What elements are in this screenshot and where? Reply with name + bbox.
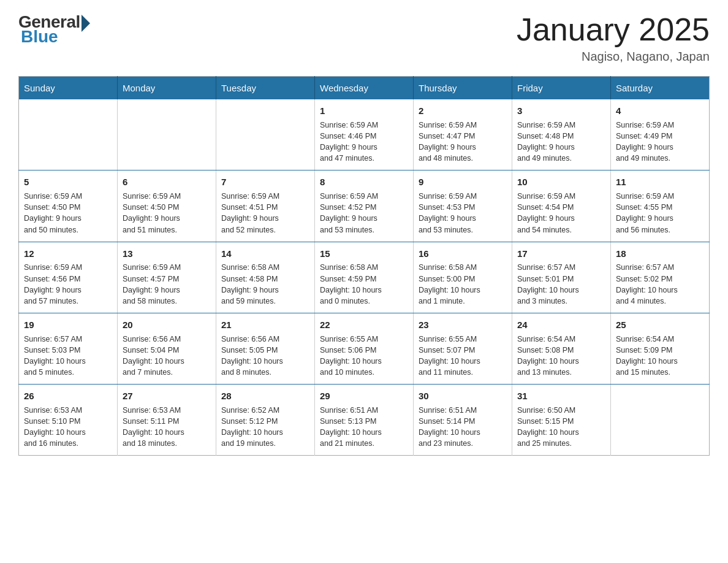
day-info: Sunrise: 6:59 AM Sunset: 4:56 PM Dayligh… (24, 262, 112, 307)
page-header: General Blue January 2025 Nagiso, Nagano… (18, 12, 710, 64)
column-header-tuesday: Tuesday (216, 77, 315, 100)
day-number: 28 (221, 389, 309, 403)
day-info: Sunrise: 6:57 AM Sunset: 5:03 PM Dayligh… (24, 334, 112, 378)
day-number: 27 (123, 389, 211, 403)
day-number: 22 (320, 318, 408, 332)
column-header-thursday: Thursday (414, 77, 512, 100)
day-info: Sunrise: 6:59 AM Sunset: 4:51 PM Dayligh… (221, 191, 309, 236)
calendar-cell: 18Sunrise: 6:57 AM Sunset: 5:02 PM Dayli… (611, 242, 710, 313)
calendar-cell: 19Sunrise: 6:57 AM Sunset: 5:03 PM Dayli… (19, 313, 118, 384)
day-number: 25 (616, 318, 704, 332)
logo-blue-text: Blue (21, 27, 58, 47)
calendar-cell: 29Sunrise: 6:51 AM Sunset: 5:13 PM Dayli… (315, 385, 414, 456)
column-header-monday: Monday (118, 77, 216, 100)
day-number: 11 (616, 175, 704, 189)
day-info: Sunrise: 6:59 AM Sunset: 4:54 PM Dayligh… (517, 191, 605, 236)
day-info: Sunrise: 6:59 AM Sunset: 4:50 PM Dayligh… (24, 191, 112, 236)
calendar-cell: 12Sunrise: 6:59 AM Sunset: 4:56 PM Dayli… (19, 242, 118, 313)
day-number: 21 (221, 318, 309, 332)
day-number: 23 (419, 318, 507, 332)
day-info: Sunrise: 6:59 AM Sunset: 4:52 PM Dayligh… (320, 191, 408, 236)
title-section: January 2025 Nagiso, Nagano, Japan (517, 12, 710, 64)
day-info: Sunrise: 6:59 AM Sunset: 4:55 PM Dayligh… (616, 191, 704, 236)
day-number: 12 (24, 247, 112, 261)
day-number: 8 (320, 175, 408, 189)
day-info: Sunrise: 6:56 AM Sunset: 5:04 PM Dayligh… (123, 334, 211, 378)
column-header-friday: Friday (512, 77, 611, 100)
column-header-wednesday: Wednesday (315, 77, 414, 100)
day-info: Sunrise: 6:53 AM Sunset: 5:11 PM Dayligh… (123, 405, 211, 450)
day-number: 4 (616, 104, 704, 118)
day-info: Sunrise: 6:55 AM Sunset: 5:06 PM Dayligh… (320, 334, 408, 378)
calendar-cell: 16Sunrise: 6:58 AM Sunset: 5:00 PM Dayli… (414, 242, 512, 313)
calendar-cell: 30Sunrise: 6:51 AM Sunset: 5:14 PM Dayli… (414, 385, 512, 456)
calendar-week-row: 19Sunrise: 6:57 AM Sunset: 5:03 PM Dayli… (19, 313, 710, 384)
day-number: 31 (517, 389, 605, 403)
calendar-cell: 15Sunrise: 6:58 AM Sunset: 4:59 PM Dayli… (315, 242, 414, 313)
calendar-cell: 22Sunrise: 6:55 AM Sunset: 5:06 PM Dayli… (315, 313, 414, 384)
day-info: Sunrise: 6:58 AM Sunset: 4:58 PM Dayligh… (221, 262, 309, 307)
day-number: 9 (419, 175, 507, 189)
day-number: 19 (24, 318, 112, 332)
day-number: 5 (24, 175, 112, 189)
day-number: 13 (123, 247, 211, 261)
day-number: 18 (616, 247, 704, 261)
day-info: Sunrise: 6:59 AM Sunset: 4:57 PM Dayligh… (123, 262, 211, 307)
calendar-cell: 21Sunrise: 6:56 AM Sunset: 5:05 PM Dayli… (216, 313, 315, 384)
day-info: Sunrise: 6:59 AM Sunset: 4:47 PM Dayligh… (419, 120, 507, 164)
calendar-cell (216, 99, 315, 170)
calendar-cell: 3Sunrise: 6:59 AM Sunset: 4:48 PM Daylig… (512, 99, 611, 170)
day-number: 20 (123, 318, 211, 332)
day-info: Sunrise: 6:53 AM Sunset: 5:10 PM Dayligh… (24, 405, 112, 450)
calendar-header-row: SundayMondayTuesdayWednesdayThursdayFrid… (19, 77, 710, 100)
day-info: Sunrise: 6:55 AM Sunset: 5:07 PM Dayligh… (419, 334, 507, 378)
calendar-cell: 5Sunrise: 6:59 AM Sunset: 4:50 PM Daylig… (19, 170, 118, 242)
day-info: Sunrise: 6:58 AM Sunset: 5:00 PM Dayligh… (419, 262, 507, 307)
day-info: Sunrise: 6:50 AM Sunset: 5:15 PM Dayligh… (517, 405, 605, 450)
day-info: Sunrise: 6:59 AM Sunset: 4:48 PM Dayligh… (517, 120, 605, 164)
day-info: Sunrise: 6:58 AM Sunset: 4:59 PM Dayligh… (320, 262, 408, 307)
calendar-cell: 13Sunrise: 6:59 AM Sunset: 4:57 PM Dayli… (118, 242, 216, 313)
day-number: 3 (517, 104, 605, 118)
calendar-cell: 6Sunrise: 6:59 AM Sunset: 4:50 PM Daylig… (118, 170, 216, 242)
calendar-cell: 1Sunrise: 6:59 AM Sunset: 4:46 PM Daylig… (315, 99, 414, 170)
day-number: 6 (123, 175, 211, 189)
day-number: 15 (320, 247, 408, 261)
day-info: Sunrise: 6:59 AM Sunset: 4:53 PM Dayligh… (419, 191, 507, 236)
day-number: 24 (517, 318, 605, 332)
day-info: Sunrise: 6:54 AM Sunset: 5:08 PM Dayligh… (517, 334, 605, 378)
calendar-cell: 11Sunrise: 6:59 AM Sunset: 4:55 PM Dayli… (611, 170, 710, 242)
day-info: Sunrise: 6:57 AM Sunset: 5:02 PM Dayligh… (616, 262, 704, 307)
calendar-cell: 4Sunrise: 6:59 AM Sunset: 4:49 PM Daylig… (611, 99, 710, 170)
location: Nagiso, Nagano, Japan (517, 50, 710, 64)
logo-arrow-icon (82, 15, 90, 32)
calendar-week-row: 12Sunrise: 6:59 AM Sunset: 4:56 PM Dayli… (19, 242, 710, 313)
column-header-saturday: Saturday (611, 77, 710, 100)
day-number: 10 (517, 175, 605, 189)
day-number: 17 (517, 247, 605, 261)
day-info: Sunrise: 6:59 AM Sunset: 4:50 PM Dayligh… (123, 191, 211, 236)
day-info: Sunrise: 6:52 AM Sunset: 5:12 PM Dayligh… (221, 405, 309, 450)
calendar-cell (611, 385, 710, 456)
calendar-week-row: 1Sunrise: 6:59 AM Sunset: 4:46 PM Daylig… (19, 99, 710, 170)
day-info: Sunrise: 6:57 AM Sunset: 5:01 PM Dayligh… (517, 262, 605, 307)
calendar-cell (19, 99, 118, 170)
day-number: 30 (419, 389, 507, 403)
day-info: Sunrise: 6:56 AM Sunset: 5:05 PM Dayligh… (221, 334, 309, 378)
day-number: 16 (419, 247, 507, 261)
column-header-sunday: Sunday (19, 77, 118, 100)
day-info: Sunrise: 6:59 AM Sunset: 4:49 PM Dayligh… (616, 120, 704, 164)
calendar-cell: 31Sunrise: 6:50 AM Sunset: 5:15 PM Dayli… (512, 385, 611, 456)
calendar-cell: 24Sunrise: 6:54 AM Sunset: 5:08 PM Dayli… (512, 313, 611, 384)
calendar-cell: 23Sunrise: 6:55 AM Sunset: 5:07 PM Dayli… (414, 313, 512, 384)
day-info: Sunrise: 6:51 AM Sunset: 5:14 PM Dayligh… (419, 405, 507, 450)
calendar-week-row: 26Sunrise: 6:53 AM Sunset: 5:10 PM Dayli… (19, 385, 710, 456)
day-number: 2 (419, 104, 507, 118)
day-number: 29 (320, 389, 408, 403)
calendar-cell: 28Sunrise: 6:52 AM Sunset: 5:12 PM Dayli… (216, 385, 315, 456)
calendar-cell: 2Sunrise: 6:59 AM Sunset: 4:47 PM Daylig… (414, 99, 512, 170)
month-title: January 2025 (517, 12, 710, 47)
day-info: Sunrise: 6:59 AM Sunset: 4:46 PM Dayligh… (320, 120, 408, 164)
calendar-table: SundayMondayTuesdayWednesdayThursdayFrid… (18, 76, 710, 456)
logo: General Blue (18, 12, 90, 47)
